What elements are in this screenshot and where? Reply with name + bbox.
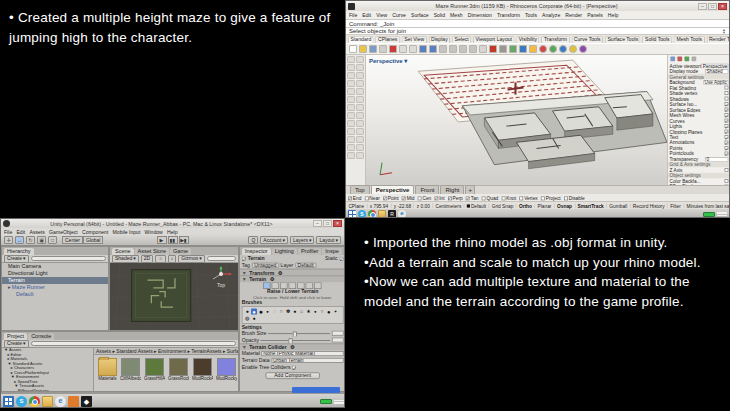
asset-materials-folder[interactable]: Materials <box>98 358 117 381</box>
curves-checkbox[interactable] <box>725 119 729 123</box>
menu-item-surface[interactable]: Surface <box>411 12 429 17</box>
asset-mudrockalbedo[interactable]: MudRockAl... <box>192 358 213 381</box>
layout-dropdown[interactable]: Layout▾ <box>316 236 341 244</box>
osnap-quad[interactable]: Quad <box>482 195 499 200</box>
menu-item-curve[interactable]: Curve <box>392 12 406 17</box>
status-smarttrack[interactable]: SmartTrack <box>575 203 607 208</box>
new-file-icon[interactable] <box>349 45 357 53</box>
hierarchy-item-default[interactable]: Default <box>2 291 108 298</box>
tool-icon[interactable] <box>347 88 355 95</box>
account-dropdown[interactable]: Account▾ <box>260 236 288 244</box>
color-backfaces-checkbox[interactable] <box>725 179 729 183</box>
tool-icon[interactable] <box>356 80 364 87</box>
layer-icon[interactable] <box>529 45 537 53</box>
minimize-button[interactable]: – <box>698 3 707 10</box>
status-gumball[interactable]: Gumball <box>607 203 630 208</box>
brush-thumbnail[interactable]: ☆ <box>299 309 305 315</box>
display-panel-icon[interactable] <box>684 57 689 62</box>
points-checkbox[interactable] <box>725 146 729 150</box>
tool-icon[interactable] <box>347 56 355 63</box>
layer-dropdown[interactable]: Default <box>295 263 316 268</box>
tool-icon[interactable] <box>347 120 355 127</box>
active-checkbox[interactable] <box>242 256 246 260</box>
menu-item-panels[interactable]: Panels <box>587 12 603 17</box>
chrome-icon[interactable] <box>29 396 40 407</box>
osnap-project[interactable]: Project <box>541 195 561 200</box>
cloud-button[interactable]: Q <box>248 236 258 244</box>
tool-icon[interactable] <box>347 144 355 151</box>
scene-orientation-gizmo[interactable]: Top <box>208 266 234 288</box>
foldout-arrow-icon[interactable]: ▼ <box>242 270 247 275</box>
expand-arrow-icon[interactable]: ▸ <box>8 284 11 290</box>
rotate-tool-icon[interactable]: ↻ <box>26 236 35 244</box>
text-checkbox[interactable] <box>725 135 729 139</box>
play-button[interactable]: ▶ <box>157 236 167 244</box>
battery-indicator[interactable] <box>320 399 332 404</box>
menu-item-tools[interactable]: Tools <box>525 12 537 17</box>
menu-item-file[interactable]: File <box>4 229 12 234</box>
asset-mudrockyalbedo[interactable]: MudRocky... <box>216 358 237 381</box>
project-create-dropdown[interactable]: Create▾ <box>4 340 29 348</box>
audio-toggle-icon[interactable]: ♪ <box>168 255 177 263</box>
paint-details-tool[interactable] <box>306 282 314 289</box>
tab-scene[interactable]: Scene <box>112 248 134 255</box>
breadcrumb[interactable]: Assets ▸ Standard Assets ▸ Environment ▸… <box>94 348 238 355</box>
tool-icon[interactable] <box>347 80 355 87</box>
shade-vertex-checkbox[interactable] <box>725 91 729 95</box>
pan-icon[interactable] <box>439 45 447 53</box>
status-cplane[interactable]: CPlane <box>346 203 367 208</box>
status-ortho[interactable]: Ortho <box>517 203 536 208</box>
gear-icon[interactable]: ⚙ <box>278 269 283 275</box>
menu-item-edit[interactable]: Edit <box>16 229 25 234</box>
osnap-knot[interactable]: Knot <box>501 195 516 200</box>
gizmo-view-label[interactable]: Top <box>208 282 234 288</box>
paint-height-tool[interactable] <box>272 282 280 289</box>
brush-thumbnail[interactable]: ● <box>292 309 298 315</box>
toolbar-tab-surface-tools[interactable]: Surface Tools <box>605 36 641 43</box>
hierarchy-create-dropdown[interactable]: Create▾ <box>4 255 29 263</box>
brush-thumbnail[interactable]: ○ <box>319 309 325 315</box>
hierarchy-item-maze-runner[interactable]: ▸Maze Runner <box>2 284 108 291</box>
osnap-end[interactable]: End <box>348 195 361 200</box>
hierarchy-item-main-camera[interactable]: Main Camera <box>2 263 108 270</box>
open-folder-icon[interactable] <box>359 45 367 53</box>
toolbar-tab-select[interactable]: Select <box>452 36 471 43</box>
skype-icon[interactable]: S <box>358 210 366 218</box>
step-button[interactable]: ▶▮ <box>179 236 189 244</box>
brush-thumbnail[interactable]: ● <box>265 309 271 315</box>
tool-icon[interactable] <box>347 64 355 71</box>
status-grid-snap[interactable]: Grid Snap <box>489 203 516 208</box>
osnap-int[interactable]: Int <box>434 195 444 200</box>
tool-icon[interactable] <box>347 152 355 159</box>
tab-asset-store[interactable]: Asset Store <box>135 248 169 255</box>
orient-icon[interactable] <box>519 45 527 53</box>
tree-colliders-checkbox[interactable] <box>292 365 296 369</box>
brush-size-slider[interactable] <box>268 333 330 334</box>
tab-console[interactable]: Console <box>28 333 54 340</box>
menu-item-edit[interactable]: Edit <box>362 12 371 17</box>
toolbar-tab-visibility[interactable]: Visibility <box>516 36 539 43</box>
start-button-icon[interactable] <box>3 396 14 407</box>
tool-icon[interactable] <box>356 88 364 95</box>
shade-icon[interactable] <box>479 45 487 53</box>
menu-item-dimension[interactable]: Dimension <box>468 12 492 17</box>
toolbar-tab-display[interactable]: Display <box>428 36 450 43</box>
hierarchy-item-directional-light[interactable]: Directional Light <box>2 270 108 277</box>
brush-size-value[interactable] <box>332 331 344 336</box>
status-osnap[interactable]: Osnap <box>555 203 576 208</box>
toolbar-tab-cplanes[interactable]: CPlanes <box>376 36 400 43</box>
menu-item-window[interactable]: Window <box>145 229 163 234</box>
skype-icon[interactable]: S <box>16 396 27 407</box>
2d-toggle[interactable]: 2D <box>141 255 153 263</box>
file-explorer-icon[interactable] <box>42 396 53 407</box>
rhino-viewport[interactable]: Perspective ▾ <box>366 55 667 185</box>
shading-mode-dropdown[interactable]: Shaded▾ <box>112 255 139 263</box>
menu-item-gameobject[interactable]: GameObject <box>49 229 78 234</box>
terrain-data-field[interactable]: Urban Terrain <box>271 358 343 363</box>
project-search-input[interactable] <box>31 341 236 346</box>
lights-checkbox[interactable] <box>725 124 729 128</box>
start-button-icon[interactable] <box>348 210 356 218</box>
tag-dropdown[interactable]: Untagged <box>252 263 279 268</box>
brush-thumbnail[interactable]: ● <box>312 309 318 315</box>
tool-icon[interactable] <box>356 112 364 119</box>
